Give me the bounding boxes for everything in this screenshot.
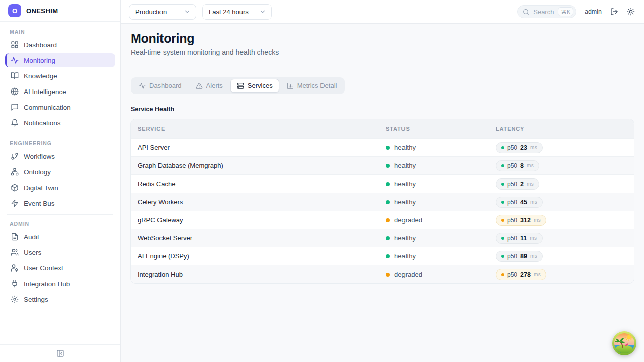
sidebar: O ONESHIM MAIN Dashboard Monitoring Know… bbox=[0, 0, 121, 362]
activity-icon bbox=[11, 56, 19, 64]
bell-icon bbox=[11, 119, 19, 127]
sun-icon bbox=[627, 8, 635, 16]
table-body: API Server healthy p5023ms Graph Databas… bbox=[131, 138, 634, 283]
sidebar-item-communication[interactable]: Communication bbox=[5, 100, 115, 114]
brand-logo: O bbox=[8, 4, 21, 17]
latency-dot bbox=[501, 273, 504, 276]
topbar-right: Search ⌘K admin bbox=[517, 5, 635, 18]
latency-cell: p5089ms bbox=[496, 251, 634, 262]
activity-icon bbox=[139, 82, 146, 89]
alert-triangle-icon bbox=[196, 82, 203, 89]
latency-badge: p5089ms bbox=[496, 251, 543, 262]
service-name: API Server bbox=[131, 144, 386, 151]
search-shortcut-badge: ⌘K bbox=[558, 7, 573, 17]
status-cell: healthy bbox=[386, 252, 496, 260]
theme-toggle-button[interactable] bbox=[627, 8, 635, 16]
status-text: healthy bbox=[394, 234, 416, 242]
status-cell: degraded bbox=[386, 270, 496, 278]
sidebar-item-notifications[interactable]: Notifications bbox=[5, 116, 115, 130]
column-header-latency: LATENCY bbox=[496, 126, 634, 132]
status-text: healthy bbox=[394, 162, 416, 169]
globe-brain-icon bbox=[11, 87, 19, 96]
tab-label: Dashboard bbox=[149, 82, 182, 89]
environment-select[interactable]: Production bbox=[129, 4, 196, 20]
sidebar-item-label: Audit bbox=[24, 233, 39, 241]
sidebar-item-label: Ontology bbox=[24, 168, 51, 176]
column-header-service: SERVICE bbox=[131, 126, 386, 132]
latency-badge: p5011ms bbox=[496, 233, 543, 244]
cube-icon bbox=[11, 184, 19, 192]
sidebar-item-dashboard[interactable]: Dashboard bbox=[5, 38, 115, 52]
table-row: Integration Hub degraded p50278ms bbox=[131, 265, 634, 283]
time-range-select-value: Last 24 hours bbox=[209, 8, 249, 16]
server-icon bbox=[237, 82, 244, 89]
service-health-table: SERVICE STATUS LATENCY API Server health… bbox=[131, 119, 634, 283]
collapse-sidebar-icon[interactable] bbox=[56, 349, 64, 357]
sidebar-item-label: AI Intelligence bbox=[24, 88, 66, 96]
latency-dot bbox=[501, 255, 504, 258]
latency-badge: p5045ms bbox=[496, 197, 543, 208]
service-name: Celery Workers bbox=[131, 198, 386, 206]
git-branch-icon bbox=[11, 152, 19, 160]
sidebar-item-workflows[interactable]: Workflows bbox=[5, 149, 115, 163]
sidebar-item-user-context[interactable]: User Context bbox=[5, 261, 115, 275]
sidebar-section-engineering: ENGINEERING bbox=[5, 135, 115, 149]
sidebar-section-admin: ADMIN bbox=[5, 216, 115, 230]
chevron-down-icon bbox=[184, 8, 191, 15]
status-text: healthy bbox=[394, 252, 416, 260]
island-badge-button[interactable] bbox=[612, 331, 637, 356]
tab-metrics-detail[interactable]: Metrics Detail bbox=[280, 79, 344, 93]
zap-icon bbox=[11, 199, 19, 207]
service-name: Graph Database (Memgraph) bbox=[131, 162, 386, 169]
sidebar-item-label: Knowledge bbox=[24, 72, 57, 80]
table-row: Celery Workers healthy p5045ms bbox=[131, 193, 634, 211]
latency-dot bbox=[501, 237, 504, 240]
main-content: Monitoring Real-time system monitoring a… bbox=[121, 24, 644, 362]
logout-button[interactable] bbox=[610, 8, 618, 16]
status-dot bbox=[386, 218, 390, 222]
latency-cell: p508ms bbox=[496, 160, 634, 171]
sidebar-item-integration-hub[interactable]: Integration Hub bbox=[5, 277, 115, 291]
table-row: WebSocket Server healthy p5011ms bbox=[131, 229, 634, 247]
sidebar-item-knowledge[interactable]: Knowledge bbox=[5, 69, 115, 83]
latency-dot bbox=[501, 201, 504, 204]
latency-cell: p5023ms bbox=[496, 142, 634, 153]
tab-services[interactable]: Services bbox=[230, 79, 279, 93]
sidebar-item-digital-twin[interactable]: Digital Twin bbox=[5, 180, 115, 195]
status-dot bbox=[386, 273, 390, 277]
sidebar-item-label: Integration Hub bbox=[24, 280, 70, 288]
status-dot bbox=[386, 200, 390, 204]
sidebar-item-label: Communication bbox=[24, 104, 71, 111]
brand: O ONESHIM bbox=[0, 0, 120, 22]
page-title: Monitoring bbox=[131, 31, 634, 46]
table-row: Graph Database (Memgraph) healthy p508ms bbox=[131, 156, 634, 174]
service-name: Redis Cache bbox=[131, 180, 386, 188]
sidebar-item-ai-intelligence[interactable]: AI Intelligence bbox=[5, 84, 115, 99]
time-range-select[interactable]: Last 24 hours bbox=[202, 4, 272, 20]
latency-badge: p508ms bbox=[496, 160, 539, 171]
tab-label: Services bbox=[248, 82, 273, 89]
brand-name: ONESHIM bbox=[26, 7, 58, 15]
table-row: API Server healthy p5023ms bbox=[131, 138, 634, 156]
status-text: healthy bbox=[394, 198, 416, 206]
latency-cell: p5011ms bbox=[496, 233, 634, 244]
brand-logo-letter: O bbox=[12, 7, 17, 15]
sidebar-section-main: MAIN bbox=[5, 24, 115, 38]
search-input[interactable]: Search ⌘K bbox=[517, 5, 576, 18]
tab-label: Alerts bbox=[206, 82, 223, 89]
status-dot bbox=[386, 182, 390, 186]
sidebar-item-audit[interactable]: Audit bbox=[5, 230, 115, 244]
status-text: degraded bbox=[394, 216, 422, 224]
table-row: Redis Cache healthy p502ms bbox=[131, 174, 634, 193]
sidebar-item-event-bus[interactable]: Event Bus bbox=[5, 196, 115, 210]
sidebar-item-monitoring[interactable]: Monitoring bbox=[5, 53, 115, 67]
sidebar-item-settings[interactable]: Settings bbox=[5, 292, 115, 306]
search-icon bbox=[523, 9, 529, 15]
tab-dashboard[interactable]: Dashboard bbox=[132, 79, 188, 93]
sidebar-item-users[interactable]: Users bbox=[5, 245, 115, 259]
sidebar-item-ontology[interactable]: Ontology bbox=[5, 165, 115, 179]
tab-alerts[interactable]: Alerts bbox=[189, 79, 229, 93]
latency-dot bbox=[501, 219, 504, 222]
latency-dot bbox=[501, 164, 504, 167]
status-text: healthy bbox=[394, 180, 416, 188]
